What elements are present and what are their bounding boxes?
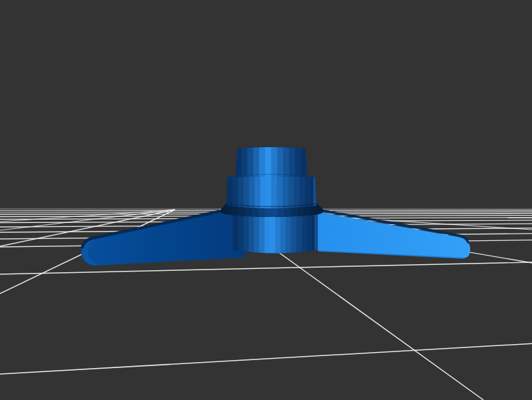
- hub-top-cylinder: [234, 145, 309, 178]
- model-canvas: [0, 0, 532, 400]
- viewer-3d-viewport[interactable]: [0, 0, 532, 400]
